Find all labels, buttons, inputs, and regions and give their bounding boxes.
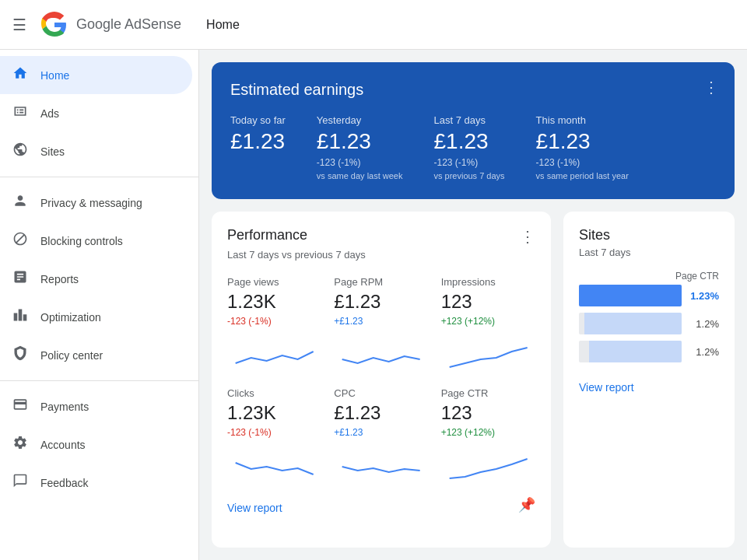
page-title: Home: [206, 18, 240, 32]
performance-header: Performance ⋮: [227, 227, 535, 246]
metric-impressions-label: Impressions: [441, 276, 535, 288]
metric-pagectr-change: +123 (+12%): [441, 427, 535, 438]
sidebar-item-blocking-label: Blocking controls: [40, 235, 123, 247]
earnings-month-label: This month: [536, 114, 629, 126]
earnings-more-button[interactable]: ⋮: [703, 78, 719, 96]
sidebar-item-ads[interactable]: Ads: [0, 94, 192, 132]
earnings-month-change: -123 (-1%): [536, 157, 629, 168]
metric-clicks-value: 1.23K: [227, 402, 321, 424]
logo: Google AdSense: [39, 9, 181, 40]
metric-pagerpm-value: £1.23: [334, 291, 428, 313]
metric-pageviews-label: Page views: [227, 276, 321, 288]
metric-cpc-value: £1.23: [334, 402, 428, 424]
earnings-yesterday-compare: vs same day last week: [317, 171, 403, 180]
blocking-icon: [12, 231, 28, 250]
sidebar-item-feedback-label: Feedback: [40, 477, 88, 489]
privacy-icon: [12, 193, 28, 212]
sidebar-item-home[interactable]: Home: [0, 56, 192, 94]
sidebar-item-accounts[interactable]: Accounts: [0, 425, 192, 464]
site-bar-bg-3: [579, 341, 682, 362]
sidebar-item-blocking[interactable]: Blocking controls: [0, 222, 192, 260]
metric-clicks-change: -123 (-1%): [227, 427, 321, 438]
metric-cpc-change: +£1.23: [334, 427, 428, 438]
sidebar-item-privacy[interactable]: Privacy & messaging: [0, 184, 192, 222]
earnings-today-value: £1.23: [230, 129, 286, 154]
optimization-icon: [12, 307, 28, 327]
earnings-yesterday-change: -123 (-1%): [317, 157, 403, 168]
sites-header: Page CTR: [579, 271, 719, 282]
performance-more-button[interactable]: ⋮: [520, 227, 535, 246]
metric-pagectr: Page CTR 123 +123 (+12%): [441, 387, 535, 486]
sidebar-divider-2: [0, 380, 198, 381]
topbar: ☰ Google AdSense Home: [0, 0, 747, 50]
metric-clicks-chart: [227, 447, 321, 486]
pin-icon[interactable]: 📌: [518, 496, 535, 513]
earnings-today-label: Today so far: [230, 114, 286, 126]
site-bar-3: [589, 341, 682, 362]
menu-icon[interactable]: ☰: [12, 16, 26, 34]
metric-pageviews-change: -123 (-1%): [227, 316, 321, 327]
site-value-3: 1.2%: [688, 346, 719, 358]
sidebar: Home Ads Sites Privacy & messaging Bloc: [0, 50, 199, 560]
earnings-today: Today so far £1.23: [230, 114, 286, 180]
sidebar-item-policy[interactable]: Policy center: [0, 336, 192, 374]
feedback-icon: [12, 473, 28, 492]
home-icon: [12, 65, 28, 85]
metric-impressions-chart: [441, 336, 535, 375]
earnings-month-compare: vs same period last year: [536, 171, 629, 180]
metric-pageviews-chart: [227, 336, 321, 375]
sites-col-label: Page CTR: [675, 271, 719, 282]
sidebar-item-policy-label: Policy center: [40, 349, 103, 362]
metric-pageviews-value: 1.23K: [227, 291, 321, 313]
metric-clicks: Clicks 1.23K -123 (-1%): [227, 387, 321, 486]
earnings-metrics: Today so far £1.23 Yesterday £1.23 -123 …: [230, 114, 716, 180]
sidebar-divider-1: [0, 177, 198, 177]
sidebar-item-sites[interactable]: Sites: [0, 132, 192, 170]
ads-icon: [12, 103, 28, 123]
site-bar-2: [584, 313, 682, 334]
reports-icon: [12, 269, 28, 289]
site-bar-1: [579, 285, 682, 306]
payments-icon: [12, 397, 28, 416]
sidebar-item-optimization[interactable]: Optimization: [0, 298, 192, 336]
sidebar-item-home-label: Home: [40, 69, 69, 82]
metric-pagerpm: Page RPM £1.23 +£1.23: [334, 276, 428, 375]
performance-title: Performance: [227, 227, 307, 243]
earnings-yesterday-label: Yesterday: [317, 114, 403, 126]
performance-view-report-link[interactable]: View report: [227, 502, 282, 514]
sidebar-item-accounts-label: Accounts: [40, 439, 86, 451]
sidebar-item-ads-label: Ads: [40, 107, 59, 120]
metric-pageviews: Page views 1.23K -123 (-1%): [227, 276, 321, 375]
site-row-1: 1.23%: [579, 285, 719, 306]
sidebar-item-feedback[interactable]: Feedback: [0, 464, 192, 502]
sidebar-item-payments-label: Payments: [40, 401, 89, 413]
bottom-row: Performance ⋮ Last 7 days vs previous 7 …: [212, 212, 735, 548]
metric-cpc-label: CPC: [334, 387, 428, 399]
site-bar-bg-1: [579, 285, 682, 306]
sites-chart: Page CTR 1.23% 1.2%: [579, 271, 719, 369]
earnings-last7-compare: vs previous 7 days: [433, 171, 504, 180]
sidebar-item-optimization-label: Optimization: [40, 311, 101, 324]
performance-card: Performance ⋮ Last 7 days vs previous 7 …: [212, 212, 551, 548]
earnings-yesterday: Yesterday £1.23 -123 (-1%) vs same day l…: [317, 114, 403, 180]
site-bar-bg-2: [579, 313, 682, 334]
metric-pagerpm-chart: [334, 336, 428, 375]
earnings-last7: Last 7 days £1.23 -123 (-1%) vs previous…: [433, 114, 504, 180]
site-value-1: 1.23%: [688, 290, 719, 302]
earnings-yesterday-value: £1.23: [317, 129, 403, 154]
sidebar-item-sites-label: Sites: [40, 145, 65, 158]
earnings-title: Estimated earnings: [230, 81, 716, 99]
performance-footer: View report 📌: [227, 495, 535, 514]
metric-impressions-value: 123: [441, 291, 535, 313]
sidebar-item-reports-label: Reports: [40, 273, 79, 285]
main-layout: Home Ads Sites Privacy & messaging Bloc: [0, 50, 747, 560]
metric-pagerpm-label: Page RPM: [334, 276, 428, 288]
sidebar-item-privacy-label: Privacy & messaging: [40, 197, 142, 209]
metric-pagectr-label: Page CTR: [441, 387, 535, 399]
sidebar-item-reports[interactable]: Reports: [0, 260, 192, 298]
metric-pagerpm-change: +£1.23: [334, 316, 428, 327]
sites-view-report-link[interactable]: View report: [579, 381, 634, 394]
metric-clicks-label: Clicks: [227, 387, 321, 399]
sidebar-item-payments[interactable]: Payments: [0, 387, 192, 425]
metric-cpc-chart: [334, 447, 428, 486]
